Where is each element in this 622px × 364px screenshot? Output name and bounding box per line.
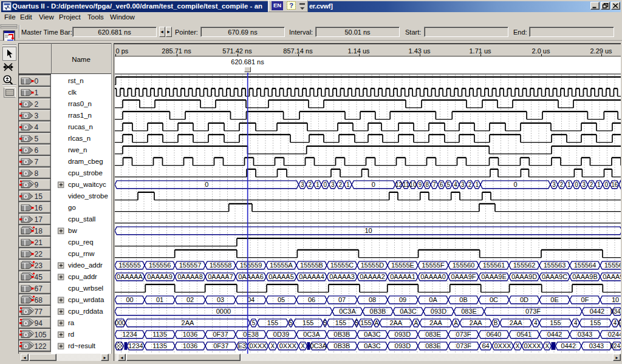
svg-text:155563: 155563 — [544, 261, 566, 269]
svg-text:083E: 083E — [425, 342, 441, 349]
svg-text:00: 00 — [126, 296, 133, 303]
svg-text:2AA: 2AA — [182, 319, 194, 326]
svg-text:0000: 0000 — [216, 308, 231, 315]
svg-text:0442: 0442 — [547, 331, 562, 338]
svg-text:3: 3 — [552, 181, 556, 188]
svg-text:1036: 1036 — [183, 331, 197, 338]
svg-text:0C3A: 0C3A — [303, 331, 320, 338]
svg-text:0C3A: 0C3A — [310, 342, 327, 349]
svg-text:155: 155 — [550, 319, 561, 326]
svg-text:10: 10 — [364, 227, 372, 234]
svg-text:7: 7 — [35, 158, 39, 166]
svg-text:155556: 155556 — [149, 261, 171, 269]
svg-text:0XXX: 0XXX — [279, 342, 297, 349]
svg-text:0XXX: 0XXX — [249, 342, 267, 349]
svg-text:18: 18 — [35, 227, 43, 235]
svg-text:2AA: 2AA — [510, 319, 522, 326]
svg-text:155565: 155565 — [604, 261, 621, 269]
svg-text:093D: 093D — [431, 308, 446, 315]
svg-text:122: 122 — [35, 342, 47, 351]
svg-text:0AAAA3: 0AAAA3 — [329, 273, 355, 280]
svg-text:0AAA9F: 0AAA9F — [451, 273, 476, 280]
svg-text:083E: 083E — [425, 331, 441, 338]
svg-text:1234: 1234 — [128, 342, 143, 349]
svg-text:23: 23 — [35, 261, 43, 270]
svg-text:2: 2 — [339, 181, 343, 188]
svg-text:5: 5 — [447, 181, 451, 188]
svg-text:155564: 155564 — [574, 261, 596, 269]
svg-text:155559: 155559 — [240, 261, 262, 269]
svg-text:03: 03 — [217, 296, 224, 303]
svg-text:X: X — [516, 343, 520, 349]
svg-text:4: 4 — [534, 320, 538, 326]
svg-text:5: 5 — [252, 320, 256, 326]
svg-text:15: 15 — [35, 192, 43, 201]
svg-text:6: 6 — [35, 146, 39, 155]
svg-text:093D: 093D — [395, 342, 411, 349]
svg-text:A: A — [374, 320, 378, 326]
svg-text:45: 45 — [35, 273, 43, 281]
svg-text:06: 06 — [308, 296, 315, 303]
svg-text:17: 17 — [35, 215, 43, 224]
svg-text:15555D: 15555D — [361, 261, 384, 269]
svg-text:155562: 155562 — [513, 261, 536, 269]
svg-text:15555C: 15555C — [330, 261, 354, 269]
svg-text:0: 0 — [513, 181, 517, 188]
svg-text:3: 3 — [35, 112, 39, 120]
svg-text:7: 7 — [432, 181, 436, 188]
svg-text:3: 3 — [331, 181, 335, 188]
svg-text:1: 1 — [475, 181, 479, 188]
svg-text:0343: 0343 — [589, 342, 604, 349]
svg-text:15555B: 15555B — [300, 261, 323, 269]
svg-text:0C: 0C — [490, 296, 498, 303]
svg-text:9: 9 — [35, 181, 39, 189]
svg-text:10: 10 — [409, 181, 417, 188]
svg-text:15555E: 15555E — [391, 261, 414, 269]
svg-text:0AAAA4: 0AAAA4 — [299, 273, 324, 280]
svg-text:1: 1 — [597, 181, 601, 188]
svg-text:0AAAA6: 0AAAA6 — [238, 273, 264, 280]
svg-text:0A3C: 0A3C — [364, 331, 381, 338]
svg-text:2AA: 2AA — [389, 319, 402, 326]
svg-text:5: 5 — [323, 320, 327, 326]
svg-text:0E: 0E — [550, 296, 558, 303]
svg-text:8: 8 — [35, 169, 39, 178]
svg-text:05: 05 — [278, 296, 285, 303]
svg-text:10: 10 — [612, 296, 619, 303]
svg-text:21: 21 — [35, 238, 43, 247]
svg-text:0541: 0541 — [517, 331, 531, 338]
svg-text:0: 0 — [604, 181, 608, 188]
svg-text:2AA: 2AA — [470, 319, 482, 326]
svg-text:3: 3 — [461, 181, 465, 188]
svg-text:0A: 0A — [429, 296, 437, 303]
svg-text:4: 4 — [35, 123, 39, 132]
svg-text:155: 155 — [360, 319, 371, 326]
svg-text:0: 0 — [575, 181, 578, 188]
svg-text:5: 5 — [355, 320, 358, 326]
svg-text:0B3B: 0B3B — [334, 331, 350, 338]
svg-text:B: B — [494, 320, 498, 326]
svg-text:2: 2 — [35, 100, 39, 109]
svg-text:0B3B: 0B3B — [370, 308, 386, 315]
svg-text:0AAA9C: 0AAA9C — [542, 273, 567, 280]
svg-text:6: 6 — [440, 181, 443, 188]
svg-text:0AAAAA: 0AAAAA — [117, 273, 143, 280]
svg-text:1: 1 — [35, 89, 39, 97]
svg-text:0: 0 — [35, 77, 39, 86]
svg-text:E3: E3 — [238, 342, 246, 349]
svg-text:68: 68 — [35, 296, 43, 305]
svg-text:0B: 0B — [459, 296, 467, 303]
svg-text:3: 3 — [583, 181, 586, 188]
svg-text:083E: 083E — [461, 308, 477, 315]
svg-text:0343: 0343 — [578, 331, 592, 338]
svg-text:0AAAA9: 0AAAA9 — [147, 273, 173, 280]
svg-text:X: X — [545, 343, 549, 349]
svg-text:2: 2 — [309, 181, 312, 188]
svg-text:0B3B: 0B3B — [334, 342, 350, 349]
svg-text:77: 77 — [35, 308, 43, 316]
svg-text:1234: 1234 — [122, 331, 137, 338]
svg-text:01: 01 — [156, 296, 163, 303]
svg-text:155558: 155558 — [210, 261, 232, 269]
svg-text:155555: 155555 — [118, 261, 141, 269]
svg-text:0: 0 — [324, 181, 327, 188]
